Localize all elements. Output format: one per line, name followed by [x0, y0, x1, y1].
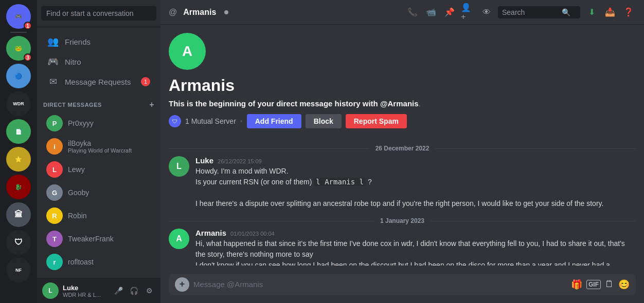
- message-group-armanis: A Armanis 01/01/2023 00:04 Hi, what happ…: [169, 229, 636, 266]
- settings-button[interactable]: ⚙: [143, 285, 155, 297]
- date-label-2: 1 January 2023: [380, 217, 424, 224]
- message-input[interactable]: [193, 274, 567, 295]
- gold-icon: ⭐: [15, 156, 22, 163]
- chat-intro-name: Armanis: [169, 76, 636, 95]
- friends-label: Friends: [65, 37, 91, 46]
- nav-items: 👥 Friends 🎮 Nitro ✉ Message Requests 1: [37, 27, 160, 96]
- user-panel: L Luke WDR HR & L... 🎤 🎧 ⚙: [37, 278, 160, 303]
- msg-author-armanis: Armanis: [195, 229, 226, 237]
- nav-item-friends[interactable]: 👥 Friends: [41, 32, 156, 51]
- msg-timestamp-armanis: 01/01/2023 00:04: [230, 231, 275, 237]
- dragon-icon: 🐉: [15, 184, 22, 191]
- server-icon-frog[interactable]: 🐸 3: [6, 36, 31, 61]
- msg-header-luke: Luke 26/12/2022 15:09: [195, 156, 636, 165]
- block-button[interactable]: Block: [306, 114, 342, 128]
- gray-icon: 🏛: [14, 210, 23, 219]
- emoji-icon[interactable]: 😊: [618, 279, 630, 290]
- input-icons: 🎁 GIF 🗒 😊: [571, 279, 630, 290]
- server-icon-blue[interactable]: 🔵: [6, 64, 31, 88]
- dm-section-header: DIRECT MESSAGES +: [37, 96, 160, 111]
- msg-text-luke: Howdy. I'm a mod with WDR. Is your curre…: [195, 166, 636, 209]
- profile-icon[interactable]: 👁: [479, 5, 494, 20]
- panel-icons: 🎤 🎧 ⚙: [112, 285, 155, 297]
- dm-item-gooby[interactable]: G Gooby: [41, 181, 156, 204]
- video-call-icon[interactable]: 📹: [424, 5, 438, 20]
- chat-header: @ Armanis 📞 📹 📌 👤+ 👁 🔍 ⬇ 📥 ❓: [160, 0, 644, 25]
- report-spam-button[interactable]: Report Spam: [346, 114, 407, 128]
- friends-icon: 👥: [47, 36, 59, 47]
- frog-badge: 3: [24, 53, 32, 62]
- frog-icon: 🐸: [15, 45, 22, 52]
- dm-info-rofltoast: rofltoast: [68, 258, 94, 266]
- server-bar: 🎮 1 🐸 3 🔵 WDR 📄 ⭐ 🐉 🏛 🛡 NF: [0, 0, 37, 303]
- dm-item-pr0xyyy[interactable]: P Pr0xyyy: [41, 112, 156, 135]
- mutual-server-avatar: 🛡: [169, 115, 181, 127]
- dm-avatar-pr0xyyy: P: [46, 115, 63, 131]
- dm-info-ilboyka: ilBoyka Playing World of Warcraft: [68, 139, 132, 154]
- dm-section-label: DIRECT MESSAGES: [43, 102, 102, 108]
- server-icon-gray[interactable]: 🏛: [6, 202, 31, 227]
- add-dm-icon[interactable]: +: [149, 100, 154, 109]
- phone-call-icon[interactable]: 📞: [405, 5, 420, 20]
- mic-button[interactable]: 🎤: [112, 285, 124, 297]
- chat-input-area: + 🎁 GIF 🗒 😊: [160, 266, 644, 303]
- server-icon-paper[interactable]: 📄: [6, 119, 31, 144]
- blue-icon: 🔵: [15, 73, 22, 80]
- dm-avatar-lewy: L: [46, 161, 63, 178]
- date-label-1: 26 December 2022: [375, 145, 430, 152]
- chat-intro-mention: @Armanis: [380, 99, 419, 108]
- nav-item-nitro[interactable]: 🎮 Nitro: [41, 52, 156, 71]
- dm-item-lewy[interactable]: L Lewy: [41, 158, 156, 181]
- add-attachment-button[interactable]: +: [175, 277, 189, 292]
- gift-icon[interactable]: 🎁: [571, 279, 582, 290]
- dm-name-lewy: Lewy: [68, 165, 85, 174]
- discord-logo-icon: 🎮: [15, 13, 22, 20]
- nav-item-message-requests[interactable]: ✉ Message Requests 1: [41, 72, 156, 91]
- dm-avatar-tweakerfrank: T: [46, 231, 63, 247]
- search-icon: 🔍: [562, 8, 570, 16]
- headset-button[interactable]: 🎧: [128, 285, 140, 297]
- pin-icon[interactable]: 📌: [442, 5, 457, 20]
- add-member-icon[interactable]: 👤+: [461, 5, 475, 20]
- dm-name-rofltoast: rofltoast: [68, 258, 94, 266]
- dm-avatar-rofltoast: r: [46, 254, 63, 270]
- dm-item-ilboyka[interactable]: i ilBoyka Playing World of Warcraft: [41, 135, 156, 158]
- home-badge: 1: [24, 22, 32, 30]
- channel-name: Armanis: [183, 8, 216, 17]
- dm-avatar-gooby: G: [46, 184, 63, 201]
- header-search-input[interactable]: [502, 8, 559, 16]
- add-friend-button[interactable]: Add Friend: [247, 114, 301, 128]
- server-divider: [10, 32, 27, 33]
- chat-intro-text: This is the beginning of your direct mes…: [169, 99, 636, 108]
- current-user-avatar: L: [42, 282, 59, 299]
- sticker-icon[interactable]: 🗒: [605, 279, 614, 290]
- mutual-server-text: 1 Mutual Server: [185, 117, 236, 125]
- dm-status-ilboyka: Playing World of Warcraft: [68, 147, 132, 154]
- dm-item-tweakerfrank[interactable]: T TweakerFrank: [41, 228, 156, 250]
- dm-item-robin[interactable]: R Robin: [41, 204, 156, 227]
- server-icon-home[interactable]: 🎮 1: [6, 4, 31, 29]
- find-conversation-input[interactable]: [41, 6, 156, 21]
- date-divider-2: 1 January 2023: [169, 217, 636, 224]
- download-icon[interactable]: ⬇: [584, 5, 599, 20]
- msg-avatar-luke: L: [169, 156, 189, 177]
- msg-header-armanis: Armanis 01/01/2023 00:04: [195, 229, 636, 237]
- date-divider-1: 26 December 2022: [169, 145, 636, 152]
- inbox-icon[interactable]: 📥: [603, 5, 617, 20]
- at-icon: @: [169, 8, 177, 17]
- server-icon-nf[interactable]: NF: [6, 258, 31, 282]
- chat-messages: A Armanis This is the beginning of your …: [160, 25, 644, 266]
- search-bar-container: [37, 0, 160, 27]
- help-icon[interactable]: ❓: [621, 5, 636, 20]
- gif-button[interactable]: GIF: [586, 280, 601, 289]
- server-icon-gold[interactable]: ⭐: [6, 147, 31, 172]
- dm-item-rofltoast[interactable]: r rofltoast: [41, 251, 156, 273]
- current-user-info: Luke WDR HR & L...: [63, 284, 108, 298]
- server-icon-dragon[interactable]: 🐉: [6, 175, 31, 199]
- server-icon-scaled[interactable]: 🛡: [6, 230, 31, 255]
- dm-info-robin: Robin: [68, 212, 87, 220]
- code-rsn: l Armanis l: [314, 178, 366, 186]
- scaled-icon: 🛡: [14, 238, 23, 247]
- mutual-server-row: 🛡 1 Mutual Server • Add Friend Block Rep…: [169, 114, 636, 128]
- server-icon-wdr[interactable]: WDR: [6, 91, 31, 116]
